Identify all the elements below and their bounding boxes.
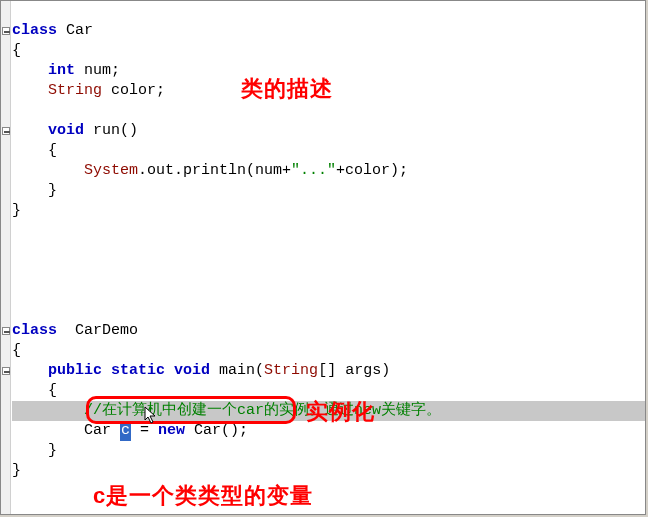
keyword-void: void [174,362,210,379]
keyword-new: new [158,422,185,439]
keyword-public: public [48,362,102,379]
fold-marker[interactable] [2,367,10,375]
selection: c [120,421,131,441]
code-line [12,262,21,279]
code-line: System.out.println(num+"..."+color); [12,162,408,179]
code-editor[interactable]: class Car { int num; String color; void … [0,0,646,515]
keyword-int: int [48,62,75,79]
annotation-instantiate-box [86,396,296,424]
keyword-class: class [12,22,57,39]
code-line: { [12,142,57,159]
fold-marker[interactable] [2,327,10,335]
code-line: { [12,42,21,59]
code-line: void run() [12,122,138,139]
string-literal: "..." [291,162,336,179]
type-system: System [84,162,138,179]
keyword-static: static [111,362,165,379]
code-line [12,282,21,299]
code-line: } [12,442,57,459]
code-line: public static void main(String[] args) [12,362,390,379]
annotation-instantiate: 实例化 [306,397,375,427]
code-line: } [12,182,57,199]
type-string: String [264,362,318,379]
code-line: } [12,202,21,219]
fold-marker[interactable] [2,127,10,135]
code-line: Car c = new Car(); [12,422,248,439]
keyword-void: void [48,122,84,139]
gutter [1,1,11,514]
code-line: { [12,382,57,399]
code-line: class Car [12,22,93,39]
code-line: int num; [12,62,120,79]
fold-marker[interactable] [2,27,10,35]
code-line: { [12,342,21,359]
type-string: String [48,82,102,99]
annotation-var-type: c是一个类类型的变量 [93,481,313,511]
code-line [12,242,21,259]
annotation-class-description: 类的描述 [241,74,333,104]
code-line: } [12,462,21,479]
code-line [12,302,21,319]
keyword-class: class [12,322,57,339]
code-line: class CarDemo [12,322,138,339]
code-line: String color; [12,82,165,99]
code-line [12,222,21,239]
